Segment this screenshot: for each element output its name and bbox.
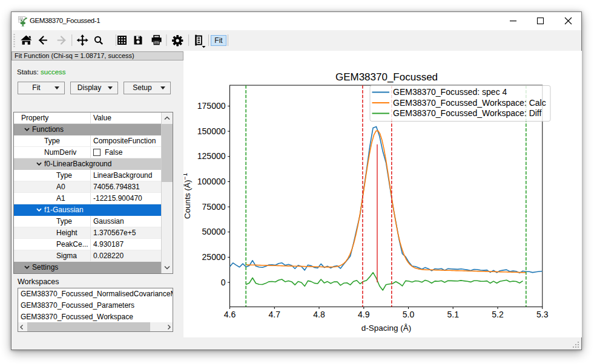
svg-text:5.1: 5.1 xyxy=(447,310,459,319)
svg-text:Counts (Å)−1: Counts (Å)−1 xyxy=(183,173,192,219)
svg-text:175000: 175000 xyxy=(197,101,226,111)
svg-text:4.7: 4.7 xyxy=(269,310,281,319)
svg-text:5.2: 5.2 xyxy=(492,310,504,319)
svg-text:25000: 25000 xyxy=(202,252,226,262)
svg-text:50000: 50000 xyxy=(202,227,226,236)
svg-text:100000: 100000 xyxy=(197,177,226,186)
svg-text:4.6: 4.6 xyxy=(224,310,236,319)
svg-text:4.9: 4.9 xyxy=(358,310,370,319)
svg-text:GEM38370_Focussed_Workspace: D: GEM38370_Focussed_Workspace: Diff xyxy=(393,108,541,118)
svg-text:4.8: 4.8 xyxy=(313,310,325,319)
svg-text:0: 0 xyxy=(221,278,226,287)
svg-text:5.0: 5.0 xyxy=(403,310,415,319)
svg-text:5.3: 5.3 xyxy=(536,310,549,319)
svg-text:d-Spacing (Å): d-Spacing (Å) xyxy=(361,323,412,333)
svg-text:125000: 125000 xyxy=(197,151,226,161)
svg-text:GEM38370_Focussed: GEM38370_Focussed xyxy=(335,71,438,83)
svg-text:GEM38370_Focussed_Workspace: C: GEM38370_Focussed_Workspace: Calc xyxy=(393,98,546,108)
svg-text:150000: 150000 xyxy=(197,126,226,136)
svg-text:75000: 75000 xyxy=(202,202,226,212)
svg-text:GEM38370_Focussed: spec 4: GEM38370_Focussed: spec 4 xyxy=(393,87,507,97)
